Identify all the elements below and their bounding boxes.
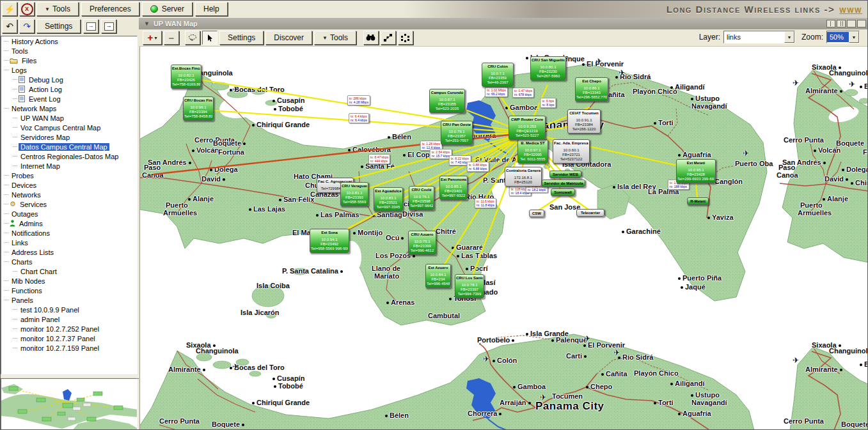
map-node-ext-bocas-finca15[interactable]: Ext.Bocas Finca1510.0.82.1FB=23426Tel=75… <box>171 65 201 89</box>
server-button[interactable]: Server <box>142 2 193 16</box>
sidebar-item-services[interactable]: ⚙Services <box>1 199 137 209</box>
import-button[interactable]: → <box>83 19 99 33</box>
map-settings-button[interactable]: Settings <box>219 31 264 45</box>
sidebar-item-networks[interactable]: Networks <box>1 190 137 199</box>
map-node-cru-san-miguelito[interactable]: CRU San Miguelito10.0.80.1FB=23230Tel=26… <box>530 56 566 81</box>
map-node-servidor-web[interactable]: Servidor WEB <box>549 171 581 178</box>
pane-layout-icon[interactable] <box>826 20 835 27</box>
remove-node-button[interactable]: − <box>164 31 179 45</box>
sidebar-item-notifications[interactable]: Notifications <box>1 228 137 238</box>
sidebar-item-admins[interactable]: Admins <box>1 219 137 228</box>
sidebar-item-address-lists[interactable]: Address Lists <box>1 247 137 257</box>
map-node-ceiat-tocumen[interactable]: CEIAT Tocumen10.0.91.1FB=23384Tel=266-12… <box>567 109 601 134</box>
add-node-button[interactable]: +▾ <box>143 31 162 45</box>
redo-button[interactable]: ↷ <box>19 19 35 33</box>
sidebar-item-event-log[interactable]: Event Log <box>1 94 137 104</box>
map-node-fac-ada-empresas[interactable]: Fac. Ada. Empresas10.0.60.1FB=23721Tel=5… <box>553 139 590 164</box>
map-node-csw[interactable]: CSW <box>529 210 544 217</box>
find-button[interactable] <box>363 31 379 45</box>
map-node-cru-veraguas[interactable]: CRU Veraguas10.0.81.1FB=23393Tel=958-556… <box>340 182 368 206</box>
sidebar-item-history-actions[interactable]: History Actions <box>1 36 137 46</box>
sidebar-item-charts[interactable]: Charts <box>1 257 137 266</box>
map-node-ext-chepo[interactable]: Ext Chepo10.0.86.1FB=13343Tel=296-5652;7… <box>575 77 608 102</box>
layout-nodes-button[interactable] <box>398 31 413 45</box>
export-button[interactable]: → <box>101 19 116 33</box>
sidebar-item-up-wan-map[interactable]: UP WAN Map <box>1 113 137 123</box>
sidebar-item-monitor-10-2-7-37-panel[interactable]: monitor 10.2.7.37 Panel <box>1 334 137 343</box>
map-link[interactable] <box>526 133 695 169</box>
sidebar-item-debug-log[interactable]: Debug Log <box>1 75 137 84</box>
sidebar-item-devices[interactable]: Devices <box>1 180 137 190</box>
map-node-cwp-router-core[interactable]: CWP Router Core10.0.9.253FB=QE1219Tel=52… <box>509 116 546 140</box>
pane-layout-icon[interactable] <box>857 20 866 27</box>
sidebar-item-outages[interactable]: Outages <box>1 209 137 219</box>
sidebar-item-network-maps[interactable]: Network Maps <box>1 104 137 113</box>
map-node-ext-penonom-[interactable]: Ext Penonomé10.0.85.1FB=23401Tel=997-932… <box>439 176 468 200</box>
sidebar-item-panels[interactable]: Panels <box>1 295 137 305</box>
sidebar-item-servidores-map[interactable]: Servidores Map <box>1 132 137 142</box>
map-node-sonicwall[interactable]: Sonicwall <box>551 188 575 196</box>
lasso-select-button[interactable] <box>185 31 200 45</box>
sidebar-item-logs[interactable]: Logs <box>1 65 137 75</box>
sidebar-item-action-log[interactable]: Action Log <box>1 84 137 94</box>
link-traffic-label[interactable]: tx: 6 bpsrx: 8 bps <box>540 98 556 108</box>
map-node-r-metet-[interactable]: R-Metetí <box>687 197 709 205</box>
map-node-ext-azuero[interactable]: Ext Azuero10.0.84.1FB=234Tel=996-4548 <box>425 264 451 288</box>
select-tool-button[interactable] <box>202 31 217 45</box>
show-links-button[interactable] <box>381 31 396 45</box>
sidebar-item-test-10-0-9-9-panel[interactable]: test 10.0.9.9 Panel <box>1 305 137 314</box>
map-tools-button[interactable]: ▼Tools <box>314 31 356 45</box>
sidebar-item-centros-regionales-datos-map[interactable]: Centros Regionales-Datos Map <box>1 151 137 161</box>
link-traffic-label[interactable]: tx: 11.6 kbpsrx: 11.8 kbps <box>475 198 496 208</box>
banner-www-link[interactable]: www <box>839 4 862 15</box>
map-node-ext-sona[interactable]: Ext Sona10.0.94.1FB=23492Tel=958-5569 99… <box>310 229 349 253</box>
map-node-contraloria-general[interactable]: Contraloria General172.16.8.1FB=25120 <box>505 167 542 187</box>
link-traffic-label[interactable]: tx: 8.47 kbpsrx: 444 kbps <box>368 154 390 164</box>
map-node-cru-pan-oeste[interactable]: CRU Pan Oeste10.0.79.1FB=23357Tel=253-75… <box>441 121 473 145</box>
zoom-select[interactable]: 50% ▼ <box>826 31 860 43</box>
map-canvas[interactable]: ChanguinolaBocas del ToroCusapínTobobéCh… <box>139 47 868 430</box>
pane-layout-icon[interactable] <box>847 20 856 27</box>
disconnect-button[interactable]: X <box>19 2 35 16</box>
link-traffic-label[interactable]: tx: 0.88 kbpsrx: 6.88 kbps <box>467 162 489 172</box>
sidebar-item-functions[interactable]: Functions <box>1 286 137 295</box>
chevron-down-icon[interactable]: ▼ <box>784 31 794 43</box>
sidebar-item-datos-campus-central-map[interactable]: Datos Campus Central Map <box>1 142 137 151</box>
sidebar-item-links[interactable]: Links <box>1 238 137 247</box>
sidebar-item-admin-panel[interactable]: admin Panel <box>1 314 137 324</box>
map-link[interactable] <box>201 80 526 133</box>
sidebar-item-mib-nodes[interactable]: Mib Nodes <box>1 276 137 286</box>
pane-layout-icon[interactable] <box>837 20 846 27</box>
chevron-down-icon[interactable]: ▼ <box>849 31 859 43</box>
map-node-cru-bocas-finca13[interactable]: CRU Bocas Finca1310.0.96.1FB=23394Tel=75… <box>183 96 214 121</box>
map-node-b-medica-st[interactable]: B. Medica ST10.0.97.1FB=32095Tel. 6011-5… <box>517 139 548 164</box>
sidebar-item-voz-campus-central-map[interactable]: Voz Campus Central Map <box>1 123 137 132</box>
link-traffic-label[interactable]: tx: 6.4 kbpsrx: 6.4 kbps <box>349 113 369 123</box>
tools-menu-button[interactable]: ▼Tools <box>36 2 79 16</box>
layer-select[interactable]: links ▼ <box>723 31 795 43</box>
map-node-ext-aguadulce[interactable]: Ext Aguadulce10.0.83.1FB=23521Tel=997-33… <box>374 187 403 211</box>
preferences-button[interactable]: Preferences <box>81 2 139 16</box>
help-button[interactable]: Help <box>195 2 228 16</box>
sidebar-item-probes[interactable]: Probes <box>1 171 137 180</box>
map-link[interactable] <box>696 182 697 199</box>
pane-layout-icons[interactable] <box>826 20 866 27</box>
sidebar-item-files[interactable]: Files <box>1 56 137 65</box>
map-node-servidor-de-matricula[interactable]: Servidor de Matricula <box>542 180 585 187</box>
discover-button[interactable]: Discover <box>265 31 312 45</box>
map-link[interactable] <box>214 111 526 133</box>
map-node-ext-metet-[interactable]: Ext Metetí10.0.95.1FB=23428Tel=299-6933 … <box>676 159 716 183</box>
map-node-cru-col-n[interactable]: CRU Colón10.0.7.1FB=23359Tel=46-2367 <box>482 63 514 87</box>
sidebar-item-tools[interactable]: Tools <box>1 46 137 56</box>
sidebar-item-chart-chart[interactable]: Chart Chart <box>1 266 137 276</box>
map-tab-header[interactable]: ▼ UP WAN Map <box>139 18 868 29</box>
map-node-cru-cocl-[interactable]: CRU Coclé10.0.76.1FB=23598Tel=997-9642 <box>409 186 434 210</box>
map-node-cru-azuero[interactable]: CRU Azuero10.0.75.1FB=23399Tel=996-4612 <box>408 231 436 255</box>
overview-minimap[interactable] <box>1 378 138 430</box>
link-traffic-label[interactable]: tx: 0.47 kbpsrx: 678 kbps <box>512 88 534 98</box>
link-traffic-label[interactable]: tx: 286 kbpsrx: 4.28 Mbps <box>347 95 370 105</box>
sidebar-item-monitor-10-2-7-252-panel[interactable]: monitor 10.2.7.252 Panel <box>1 324 137 334</box>
connect-button[interactable]: ⚡ <box>2 2 17 16</box>
sidebar-item-internet-map[interactable]: Internet Map <box>1 161 137 171</box>
link-traffic-label[interactable]: tx: 1.02 Mbpsrx: 66.2 kbps <box>485 87 508 97</box>
